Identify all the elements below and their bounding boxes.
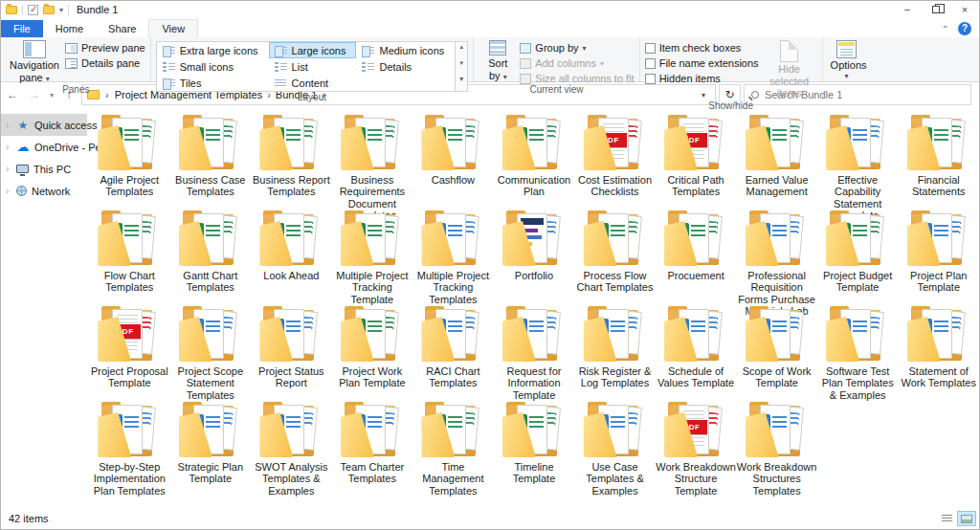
tab-share[interactable]: Share	[96, 20, 148, 37]
collapse-ribbon-icon[interactable]: ⌃	[942, 24, 949, 34]
checkbox-hidden-items[interactable]: Hidden items	[645, 73, 759, 84]
folder-item[interactable]: PDFCritical Path Templates	[656, 111, 737, 207]
navigation-pane-icon	[23, 40, 46, 58]
folder-item[interactable]: Timeline Template	[494, 398, 575, 494]
folder-item[interactable]: Process Flow Chart Templates	[574, 207, 656, 302]
group-by-button[interactable]: Group by ▾	[520, 42, 634, 54]
size-all-columns-button[interactable]: Size all columns to fit	[520, 73, 634, 84]
dropdown-icon: ▾	[600, 59, 604, 68]
folder-item[interactable]: Project Budget Template	[817, 207, 899, 302]
navigation-pane-button[interactable]: Navigation pane ▾	[7, 39, 62, 84]
folder-item[interactable]: Project Scope Statement Templates	[170, 302, 252, 398]
minimize-button[interactable]: −	[893, 1, 922, 18]
folder-item[interactable]: Portfolio	[494, 207, 575, 302]
folder-item[interactable]: Gantt Chart Templates	[170, 207, 252, 302]
add-columns-button[interactable]: Add columns ▾	[520, 57, 634, 69]
checkbox-item-check-boxes[interactable]: Item check boxes	[645, 42, 759, 54]
quick-access-toolbar-check-icon[interactable]	[28, 5, 38, 15]
folder-item[interactable]: SWOT Analysis Templates & Examples	[251, 398, 332, 494]
large-icons-view-button[interactable]	[957, 511, 976, 526]
folder-item[interactable]: Strategic Plan Template	[170, 398, 252, 494]
folder-label: Project Status Report	[251, 365, 331, 389]
folder-item[interactable]: Business Report Templates	[251, 111, 332, 207]
folder-item[interactable]: Professional Requisition Forms Purchase …	[736, 207, 817, 302]
sidebar-item-onedrive-personal[interactable]: OneDrive - Personal	[1, 136, 87, 158]
folder-item[interactable]: Request for Information Template	[494, 302, 575, 398]
gallery-scroll-down-icon[interactable]: ▾	[456, 58, 467, 75]
restore-button[interactable]	[922, 1, 950, 18]
folder-item[interactable]: Statement of Work Templates	[898, 302, 979, 398]
folder-label: Project Work Plan Template	[332, 365, 412, 389]
folder-item[interactable]: Business Requirements Document Templates	[332, 111, 413, 207]
folder-item[interactable]: Project Plan Template	[898, 207, 979, 302]
folder-item[interactable]: Team Charter Templates	[332, 398, 413, 494]
folder-item[interactable]: Step-by-Step Implementation Plan Templat…	[89, 398, 170, 494]
folder-item[interactable]: Time Management Templates	[412, 398, 494, 494]
tab-home[interactable]: Home	[43, 20, 96, 37]
folder-icon	[581, 401, 650, 461]
folder-item[interactable]: Business Case Templates	[170, 111, 252, 207]
folder-item[interactable]: Earned Value Management	[736, 111, 817, 207]
folder-item[interactable]: Look Ahead	[251, 207, 332, 302]
close-button[interactable]: ×	[950, 1, 979, 18]
folder-item[interactable]: Project Status Report	[251, 302, 332, 398]
doc-text-lines	[772, 225, 787, 239]
doc-text-lines	[853, 225, 867, 239]
folder-item[interactable]: Communication Plan	[494, 111, 575, 207]
folder-item[interactable]: Project Work Plan Template	[332, 302, 413, 398]
folder-item[interactable]: Procuement	[656, 207, 737, 302]
hide-selected-items-button[interactable]: Hide selected items	[762, 39, 817, 100]
layout-option-tiles[interactable]: Tiles	[157, 75, 269, 91]
view-toggles	[937, 511, 976, 526]
folder-item[interactable]: Scope of Work Template	[736, 302, 817, 398]
layout-option-extra-large-icons[interactable]: Extra large icons	[157, 42, 269, 58]
item-count: 42 items	[9, 513, 49, 524]
doc-text-lines	[368, 225, 382, 239]
details-view-button[interactable]	[937, 511, 956, 526]
folder-item[interactable]: Agile Project Templates	[89, 111, 170, 207]
gallery-scroll-up-icon[interactable]: ▴	[456, 42, 467, 58]
layout-option-large-icons[interactable]: Large icons	[269, 42, 357, 58]
gallery-more-icon[interactable]: ▼	[456, 75, 467, 91]
folder-item[interactable]: Risk Register & Log Templates	[574, 302, 656, 398]
quick-access-toolbar-folder-icon[interactable]	[43, 6, 55, 14]
folder-icon	[256, 114, 325, 174]
preview-pane-button[interactable]: Preview pane	[65, 42, 145, 54]
folder-item[interactable]: Flow Chart Templates	[89, 207, 170, 302]
details-pane-label: Details pane	[81, 57, 140, 69]
layout-option-small-icons[interactable]: Small icons	[157, 58, 269, 75]
folder-item[interactable]: Work Breakdown Structures Templates	[736, 398, 817, 494]
checkbox-file-name-extensions[interactable]: File name extensions	[645, 57, 759, 69]
sidebar-item-quick-access[interactable]: Quick access	[1, 114, 87, 136]
layout-option-details[interactable]: Details	[356, 58, 455, 75]
layout-option-list[interactable]: List	[269, 58, 357, 75]
dropdown-icon: ▾	[583, 44, 587, 53]
layout-option-medium-icons[interactable]: Medium icons	[356, 42, 455, 58]
folder-item[interactable]: PDFProject Proposal Template	[89, 302, 170, 398]
tab-file[interactable]: File	[1, 20, 43, 37]
details-pane-button[interactable]: Details pane	[65, 57, 145, 69]
folder-item[interactable]: Financial Statements	[898, 111, 979, 207]
folder-item[interactable]: Cashflow	[412, 111, 494, 207]
options-button[interactable]: Options ▾	[828, 39, 866, 81]
folder-item[interactable]: Schedule of Values Template	[656, 302, 737, 398]
doc-text-lines	[368, 320, 382, 335]
help-icon[interactable]: ?	[958, 22, 971, 35]
folder-item[interactable]: Multiple Project Tracking Templates	[412, 207, 494, 302]
folder-item[interactable]: Multiple Project Tracking Template	[332, 207, 413, 302]
folder-item[interactable]: Software Test Plan Templates & Examples	[817, 302, 899, 398]
folder-item[interactable]: PDFWork Breakdown Structure Template	[656, 398, 737, 494]
folder-item[interactable]: RACI Chart Templates	[412, 302, 494, 398]
folder-icon	[338, 114, 407, 174]
sidebar-item-network[interactable]: Network	[1, 180, 87, 202]
sidebar-item-this-pc[interactable]: This PC	[1, 158, 87, 180]
folder-item[interactable]: Use Case Templates & Examples	[574, 398, 656, 494]
sort-by-button[interactable]: Sort by ▾	[479, 39, 517, 82]
folder-item[interactable]: Effective Capability Statement Template	[817, 111, 899, 207]
layout-option-content[interactable]: Content	[269, 75, 357, 91]
folder-item[interactable]: PDFCost Estimation Checklists	[574, 111, 656, 207]
tab-view[interactable]: View	[148, 19, 198, 37]
doc-text-lines	[934, 320, 948, 335]
folder-icon	[904, 114, 973, 174]
customize-quick-access-toolbar-icon[interactable]: ▾	[59, 6, 63, 14]
